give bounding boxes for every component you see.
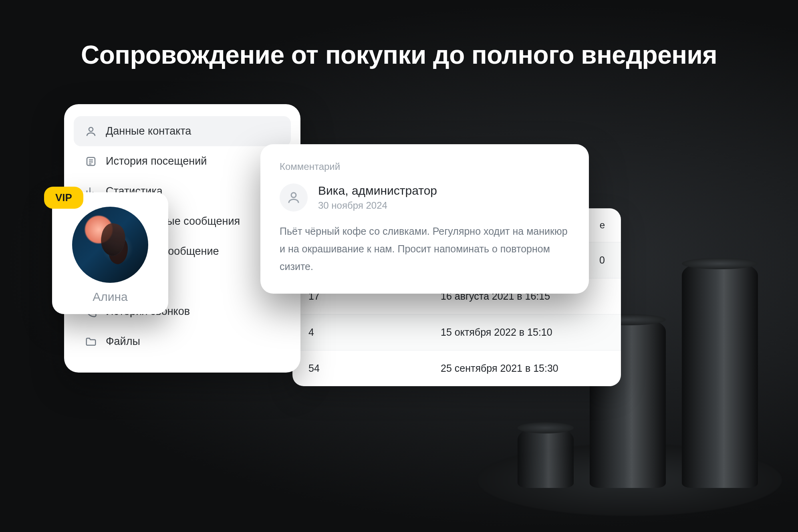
- hero-title: Сопровождение от покупки до полного внед…: [0, 40, 798, 70]
- sidebar-item-label: Файлы: [106, 335, 140, 348]
- comment-date: 30 ноября 2024: [318, 200, 437, 211]
- table-row[interactable]: 4 15 октября 2022 в 15:10: [292, 314, 621, 350]
- comment-body: Пьёт чёрный кофе со сливками. Регулярно …: [280, 223, 570, 275]
- user-icon: [85, 125, 97, 137]
- comment-author-avatar: [280, 183, 308, 212]
- contact-avatar[interactable]: [72, 207, 148, 283]
- table-cell-date: 25 сентября 2021 в 15:30: [441, 363, 558, 374]
- sidebar-item-visit-history[interactable]: История посещений: [74, 146, 291, 176]
- table-cell-count: 54: [308, 363, 441, 374]
- sidebar-item-contact-data[interactable]: Данные контакта: [74, 116, 291, 146]
- comment-section-label: Комментарий: [280, 161, 570, 172]
- sidebar-item-label: История посещений: [106, 155, 207, 167]
- svg-point-0: [89, 127, 93, 131]
- contact-name: Алина: [62, 290, 159, 304]
- contact-card: VIP Алина: [52, 192, 168, 314]
- comment-author-name: Вика, администратор: [318, 184, 437, 197]
- folder-icon: [85, 336, 97, 348]
- sidebar-item-files[interactable]: Файлы: [74, 326, 291, 357]
- list-icon: [85, 155, 97, 167]
- vip-badge: VIP: [44, 187, 83, 209]
- table-cell-count: 4: [308, 326, 441, 338]
- table-row[interactable]: 54 25 сентября 2021 в 15:30: [292, 350, 621, 386]
- comment-card: Комментарий Вика, администратор 30 ноябр…: [260, 144, 589, 294]
- table-cell-date: 15 октября 2022 в 15:10: [441, 326, 552, 338]
- sidebar-item-label: Данные контакта: [106, 125, 191, 137]
- svg-point-4: [291, 193, 296, 197]
